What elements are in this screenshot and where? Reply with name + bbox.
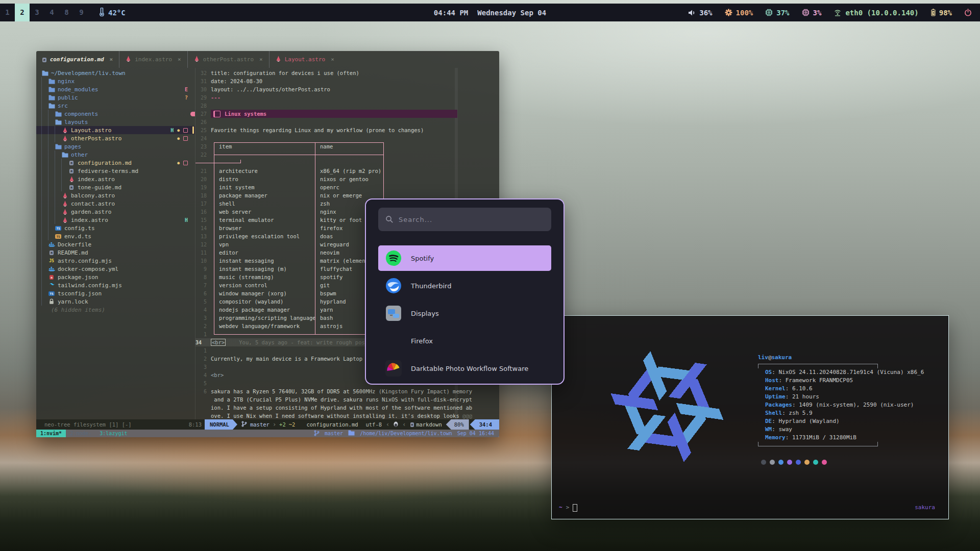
git-status-square	[183, 161, 188, 165]
neo-tree-panel: ~/Development/liv.townnginxnode_modulesE…	[36, 68, 195, 419]
tree-item-yarn.lock[interactable]: yarn.lock	[36, 297, 195, 306]
volume-module[interactable]: 36%	[688, 9, 712, 17]
tmux-window-3[interactable]: 3:lazygit	[95, 430, 131, 437]
tree-item-config.ts[interactable]: TSconfig.ts	[36, 224, 195, 232]
tree-item-garden.astro[interactable]: garden.astro	[36, 208, 195, 216]
tree-item-public[interactable]: public?	[36, 93, 195, 102]
cpu-module[interactable]: 37%	[765, 9, 789, 17]
tree-item-index.astro[interactable]: index.astro	[36, 175, 195, 183]
fetch-row-host: Host: Framework FRANMDCP05	[758, 377, 878, 385]
fetch-row-os: OS: NixOS 24.11.20240828.71e91c4 (Vicuna…	[758, 368, 878, 377]
tmux-path: /home/liv/Development/liv.town	[360, 431, 452, 436]
tree-item-nginx[interactable]: nginx	[36, 77, 195, 85]
tree-item-layouts[interactable]: layouts	[36, 118, 195, 126]
tree-item-package.json[interactable]: npackage.json	[36, 273, 195, 281]
tree-item-other[interactable]: other	[36, 151, 195, 159]
tree-item-Layout.astro[interactable]: Layout.astroH●	[36, 126, 195, 134]
markdown-icon: M	[42, 56, 46, 63]
tree-item-balcony.astro[interactable]: balcony.astro	[36, 191, 195, 199]
battery-module[interactable]: 98%	[931, 9, 952, 17]
md-icon: M	[68, 185, 75, 190]
tab-otherPost.astro[interactable]: otherPost.astro×	[187, 51, 269, 68]
tab-configuration.md[interactable]: Mconfiguration.md×	[36, 51, 119, 68]
shell-prompt[interactable]: ~ >	[559, 504, 577, 512]
tab-Layout.astro[interactable]: Layout.astro×	[269, 51, 340, 68]
tree-item-fediverse-terms.md[interactable]: Mfediverse-terms.md	[36, 167, 195, 175]
scroll-percent: 80%	[446, 419, 469, 430]
tree-item-src[interactable]: src	[36, 102, 195, 110]
workspace-9[interactable]: 9	[74, 4, 89, 21]
tree-item-otherPost.astro[interactable]: otherPost.astro●	[36, 134, 195, 142]
temperature-module[interactable]: 42°C	[99, 8, 126, 18]
workspace-1[interactable]: 1	[0, 4, 15, 21]
tmux-window-1[interactable]: 1:nvim*	[36, 430, 66, 437]
tree-item-Dockerfile[interactable]: Dockerfile	[36, 240, 195, 248]
tree-item-configuration.md[interactable]: Mconfiguration.md●	[36, 159, 195, 167]
tree-item-components[interactable]: components	[36, 110, 195, 118]
diagnostic-badge: H	[170, 128, 174, 133]
cpu-icon	[765, 9, 773, 16]
power-module[interactable]	[964, 9, 972, 16]
docker-icon	[48, 242, 55, 247]
fetch-user: liv	[758, 354, 768, 361]
palette-dot	[813, 460, 818, 465]
tree-item-astro.config.mjs[interactable]: JSastro.config.mjs	[36, 257, 195, 265]
buffer-line: 30layout: ../../layouts/otherPost.astro	[195, 85, 499, 93]
folder-icon	[55, 144, 62, 149]
close-icon[interactable]: ×	[259, 56, 263, 63]
buffer-line: ove. I use Nix when I need software with…	[195, 412, 499, 419]
diagnostic-pill	[190, 112, 195, 116]
workspace-4[interactable]: 4	[44, 4, 59, 21]
tree-item-index.astro[interactable]: index.astroH	[36, 216, 195, 224]
close-icon[interactable]: ×	[331, 56, 334, 63]
thunderbird-icon	[385, 278, 402, 294]
tree-item--6-hidden-items-[interactable]: (6 hidden items)	[36, 306, 195, 314]
launcher-item-darktable[interactable]: Darktable Photo Workflow Software	[378, 356, 551, 381]
lock-icon	[48, 298, 55, 305]
workspace-2[interactable]: 2	[15, 4, 30, 21]
launcher-item-thunderbird[interactable]: Thunderbird	[378, 273, 551, 298]
battery-icon	[931, 9, 936, 16]
tmux-window-2[interactable]: 2:node-	[66, 430, 95, 437]
linux-penguin-icon	[394, 421, 398, 428]
tab-index.astro[interactable]: index.astro×	[119, 51, 187, 68]
tree-item-tailwind.config.mjs[interactable]: tailwind.config.mjs	[36, 281, 195, 289]
fetch-terminal-window[interactable]: liv@sakura OS: NixOS 24.11.20240828.71e9…	[551, 315, 949, 519]
folder-icon	[48, 87, 55, 92]
workspace-3[interactable]: 3	[30, 4, 44, 21]
close-icon[interactable]: ×	[110, 56, 113, 63]
load-module[interactable]: 100%	[725, 9, 753, 17]
palette-dot	[761, 460, 766, 465]
palette-dot	[787, 460, 792, 465]
fetch-row-wm: WM: sway	[758, 425, 878, 434]
tree-item-tsconfig.json[interactable]: TStsconfig.json	[36, 289, 195, 297]
buffer-line: ion. I have a setup consisting of Hyprla…	[195, 404, 499, 412]
buffer-line: 23itemname	[195, 142, 499, 151]
tree-item-env.d.ts[interactable]: TSenv.d.ts	[36, 232, 195, 240]
buffer-line: 6sakura has a Ryzen 5 7640U, 32GB of DDR…	[195, 387, 499, 395]
search-input[interactable]	[378, 208, 551, 231]
tree-item-docker-compose.yml[interactable]: docker-compose.yml	[36, 265, 195, 273]
workspace-8[interactable]: 8	[59, 4, 74, 21]
docker-icon	[48, 266, 55, 271]
tree-item-README.md[interactable]: MREADME.md	[36, 248, 195, 257]
close-icon[interactable]: ×	[178, 56, 181, 63]
tree-item-node-modules[interactable]: node_modulesE	[36, 85, 195, 93]
statusline-tree-clock: 8:13	[189, 421, 202, 428]
gear-icon	[725, 9, 732, 16]
tree-item-contact.astro[interactable]: contact.astro	[36, 199, 195, 208]
buffer-line: 22	[195, 151, 499, 159]
tree-item-pages[interactable]: pages	[36, 142, 195, 151]
diagnostic-badge: E	[185, 87, 188, 92]
gpu-module[interactable]: 3%	[802, 9, 822, 17]
tree-item-~-Development-liv.town[interactable]: ~/Development/liv.town	[36, 69, 195, 77]
folder-open-icon	[41, 70, 48, 76]
launcher-item-spotify[interactable]: Spotify	[378, 245, 551, 271]
launcher-item-firefox[interactable]: Firefox	[378, 328, 551, 354]
tsconfig-icon: TS	[48, 291, 55, 296]
network-module[interactable]: eth0 (10.0.0.140)	[834, 9, 918, 17]
tree-item-tone-guide.md[interactable]: Mtone-guide.md	[36, 183, 195, 191]
git-modified-dot: ●	[177, 136, 180, 141]
launcher-item-displays[interactable]: Displays	[378, 300, 551, 326]
displays-icon	[385, 305, 402, 321]
